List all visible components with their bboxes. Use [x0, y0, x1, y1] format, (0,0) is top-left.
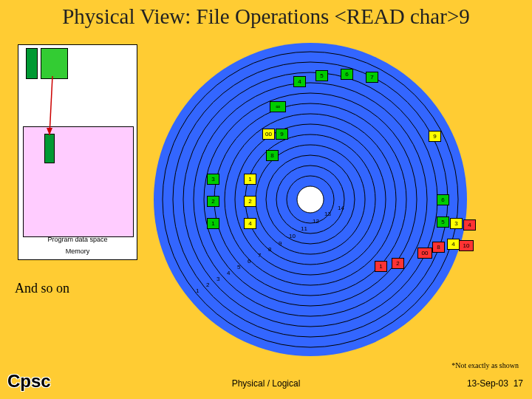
- ring-5: 5: [237, 264, 240, 270]
- ring-1: 1: [196, 287, 199, 294]
- mem-bar-3: [44, 134, 55, 163]
- disk-platter: 4 5 6 7 ∞ 00 9 8 9 3 1 2 2 1 4 6 5 3 4 4…: [151, 41, 469, 358]
- program-space-label: Program data space: [18, 236, 137, 243]
- memory-box: Program data space Memory: [18, 44, 137, 260]
- mem-bar-1: [26, 48, 38, 79]
- ring-3: 3: [216, 276, 219, 282]
- ring-11: 11: [301, 225, 307, 232]
- cell-6-right: 6: [437, 194, 449, 205]
- cell-8-bot-r: 8: [432, 242, 445, 253]
- footer-date: 13-Sep-03: [467, 378, 508, 389]
- cell-5-right: 5: [437, 216, 449, 228]
- cell-3-left: 3: [207, 174, 219, 185]
- cell-8-top: 8: [266, 150, 279, 161]
- cell-2-bot-r: 2: [392, 258, 404, 269]
- cell-4-right-y2: 4: [447, 239, 460, 250]
- ring-9: 9: [279, 240, 282, 247]
- ring-10: 10: [289, 233, 296, 239]
- and-so-on: And so on: [15, 281, 69, 296]
- memory-label: Memory: [18, 248, 137, 255]
- cell-7-top: 7: [366, 72, 378, 83]
- cell-2-left: 2: [207, 196, 219, 207]
- ring-13: 13: [324, 211, 331, 217]
- program-space: [23, 126, 134, 237]
- ring-6: 6: [248, 258, 250, 265]
- cell-00-top: 00: [262, 129, 275, 140]
- cell-4-top: 4: [293, 76, 306, 87]
- footer-page: 17: [514, 378, 523, 389]
- ring-2: 2: [206, 282, 209, 288]
- ring-14: 14: [338, 205, 344, 211]
- ring-8: 8: [268, 246, 271, 253]
- cell-00-bot-r: 00: [417, 248, 432, 259]
- cell-5-top: 5: [316, 70, 328, 81]
- cell-9-top: 9: [276, 129, 288, 140]
- cell-4-left-y: 4: [244, 218, 256, 229]
- cell-3-right-y: 3: [450, 218, 463, 229]
- svg-point-16: [297, 186, 324, 213]
- mem-bar-2: [41, 48, 68, 79]
- ring-12: 12: [313, 218, 319, 225]
- ring-7: 7: [258, 252, 261, 259]
- cell-1-left-y: 1: [244, 174, 256, 185]
- cell-6-top: 6: [341, 69, 353, 80]
- cell-4-right-r: 4: [463, 219, 476, 231]
- ring-4: 4: [227, 270, 230, 276]
- disclaimer-note: *Not exactly as shown: [451, 361, 519, 369]
- cell-10-right-r: 10: [459, 240, 474, 251]
- cell-infinity: ∞: [270, 101, 286, 112]
- footer-center: Physical / Logical: [0, 378, 532, 389]
- cell-1-bot-r: 1: [375, 261, 387, 272]
- cell-1-left: 1: [207, 218, 219, 229]
- cell-9-yellow: 9: [429, 131, 441, 142]
- page-title: Physical View: File Operations <READ cha…: [0, 0, 532, 29]
- footer-right: 13-Sep-03 17: [467, 378, 523, 389]
- cell-2-left-y: 2: [244, 196, 256, 207]
